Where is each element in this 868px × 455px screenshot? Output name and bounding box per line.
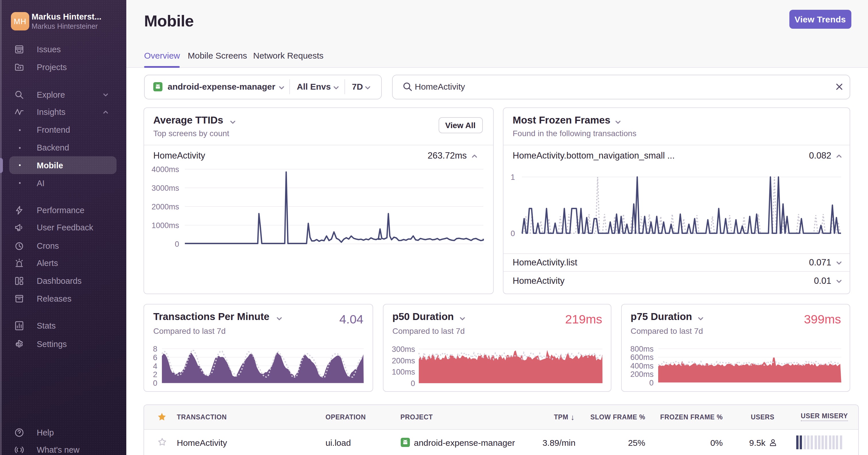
svg-text:2: 2 (153, 370, 157, 379)
svg-text:3000ms: 3000ms (152, 184, 179, 193)
svg-text:0: 0 (410, 379, 415, 388)
svg-text:800ms: 800ms (630, 345, 653, 353)
svg-text:2000ms: 2000ms (152, 202, 179, 211)
svg-text:600ms: 600ms (630, 353, 653, 362)
svg-text:200ms: 200ms (392, 357, 415, 365)
svg-text:4000ms: 4000ms (152, 165, 179, 174)
svg-text:0: 0 (153, 379, 157, 388)
svg-text:400ms: 400ms (630, 362, 653, 370)
svg-text:300ms: 300ms (392, 345, 415, 353)
svg-text:0: 0 (510, 229, 515, 238)
svg-text:1000ms: 1000ms (152, 221, 179, 230)
svg-text:0: 0 (649, 378, 653, 387)
svg-text:100ms: 100ms (392, 368, 415, 376)
svg-text:8: 8 (153, 345, 157, 353)
svg-text:0: 0 (175, 240, 179, 249)
svg-text:1: 1 (510, 173, 515, 181)
svg-text:4: 4 (153, 362, 157, 371)
svg-text:200ms: 200ms (630, 370, 653, 378)
svg-text:6: 6 (153, 353, 157, 362)
